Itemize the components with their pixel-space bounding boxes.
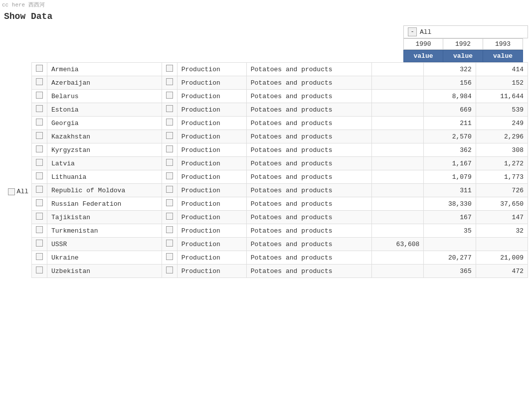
element-cell: Production bbox=[177, 211, 246, 224]
value-1992: 38,330 bbox=[424, 197, 476, 211]
item-cell: Potatoes and products bbox=[246, 117, 371, 130]
row-checkbox-country[interactable] bbox=[32, 143, 47, 157]
value-1992: 365 bbox=[424, 265, 476, 278]
country-cell: Georgia bbox=[47, 117, 162, 130]
row-checkbox-country[interactable] bbox=[32, 117, 47, 130]
page-title: Show Data bbox=[0, 9, 532, 25]
all-checkbox-left[interactable] bbox=[8, 188, 15, 195]
country-cell: Estonia bbox=[47, 103, 162, 117]
value-1993: 2,296 bbox=[476, 130, 528, 143]
row-checkbox-element[interactable] bbox=[162, 90, 177, 103]
value-1992: 311 bbox=[424, 184, 476, 197]
row-checkbox-element[interactable] bbox=[162, 238, 177, 251]
value-header-1993: value bbox=[483, 50, 523, 62]
all-header-label: All bbox=[420, 28, 431, 36]
row-checkbox-element[interactable] bbox=[162, 143, 177, 157]
value-1990 bbox=[372, 90, 424, 103]
value-1993: 726 bbox=[476, 184, 528, 197]
row-checkbox-element[interactable] bbox=[162, 157, 177, 170]
value-1992: 362 bbox=[424, 143, 476, 157]
row-checkbox-element[interactable] bbox=[162, 117, 177, 130]
row-checkbox-country[interactable] bbox=[32, 211, 47, 224]
row-checkbox-country[interactable] bbox=[32, 90, 47, 103]
value-1990 bbox=[372, 170, 424, 184]
value-1990: 63,608 bbox=[372, 238, 424, 251]
element-cell: Production bbox=[177, 184, 246, 197]
item-cell: Potatoes and products bbox=[246, 90, 371, 103]
value-1992: 669 bbox=[424, 103, 476, 117]
value-1990 bbox=[372, 117, 424, 130]
element-cell: Production bbox=[177, 170, 246, 184]
element-cell: Production bbox=[177, 238, 246, 251]
row-checkbox-element[interactable] bbox=[162, 76, 177, 90]
row-checkbox-element[interactable] bbox=[162, 197, 177, 211]
element-cell: Production bbox=[177, 130, 246, 143]
row-checkbox-element[interactable] bbox=[162, 103, 177, 117]
value-1993: 472 bbox=[476, 265, 528, 278]
country-cell: Azerbaijan bbox=[47, 76, 162, 90]
country-cell: Kazakhstan bbox=[47, 130, 162, 143]
row-checkbox-country[interactable] bbox=[32, 103, 47, 117]
left-all-group: All bbox=[8, 188, 28, 195]
row-checkbox-country[interactable] bbox=[32, 238, 47, 251]
value-1993: 414 bbox=[476, 63, 528, 76]
value-1993: 32 bbox=[476, 224, 528, 238]
item-cell: Potatoes and products bbox=[246, 211, 371, 224]
value-1990 bbox=[372, 197, 424, 211]
item-cell: Potatoes and products bbox=[246, 103, 371, 117]
minus-button[interactable]: - bbox=[408, 27, 417, 36]
item-cell: Potatoes and products bbox=[246, 76, 371, 90]
value-1992: 2,570 bbox=[424, 130, 476, 143]
row-checkbox-element[interactable] bbox=[162, 251, 177, 265]
value-1990 bbox=[372, 224, 424, 238]
row-checkbox-element[interactable] bbox=[162, 224, 177, 238]
row-checkbox-country[interactable] bbox=[32, 184, 47, 197]
item-cell: Potatoes and products bbox=[246, 265, 371, 278]
data-table: Armenia Production Potatoes and products… bbox=[31, 62, 528, 278]
value-1992: 35 bbox=[424, 224, 476, 238]
row-checkbox-element[interactable] bbox=[162, 184, 177, 197]
item-cell: Potatoes and products bbox=[246, 170, 371, 184]
country-cell: Russian Federation bbox=[47, 197, 162, 211]
value-1990 bbox=[372, 143, 424, 157]
value-1990 bbox=[372, 184, 424, 197]
row-checkbox-country[interactable] bbox=[32, 63, 47, 76]
element-cell: Production bbox=[177, 63, 246, 76]
element-cell: Production bbox=[177, 117, 246, 130]
item-cell: Potatoes and products bbox=[246, 251, 371, 265]
row-checkbox-element[interactable] bbox=[162, 211, 177, 224]
row-checkbox-element[interactable] bbox=[162, 130, 177, 143]
row-checkbox-element[interactable] bbox=[162, 170, 177, 184]
year-1992: 1992 bbox=[443, 38, 483, 50]
item-cell: Potatoes and products bbox=[246, 130, 371, 143]
country-cell: Kyrgyzstan bbox=[47, 143, 162, 157]
row-checkbox-country[interactable] bbox=[32, 265, 47, 278]
country-cell: Armenia bbox=[47, 63, 162, 76]
row-checkbox-country[interactable] bbox=[32, 197, 47, 211]
country-cell: Turkmenistan bbox=[47, 224, 162, 238]
year-1990: 1990 bbox=[403, 38, 443, 50]
country-cell: Lithuania bbox=[47, 170, 162, 184]
value-1992: 322 bbox=[424, 63, 476, 76]
value-1993: 147 bbox=[476, 211, 528, 224]
value-1993 bbox=[476, 238, 528, 251]
value-1992: 20,277 bbox=[424, 251, 476, 265]
row-checkbox-country[interactable] bbox=[32, 251, 47, 265]
element-cell: Production bbox=[177, 251, 246, 265]
row-checkbox-element[interactable] bbox=[162, 63, 177, 76]
value-1992: 8,984 bbox=[424, 90, 476, 103]
element-cell: Production bbox=[177, 265, 246, 278]
row-checkbox-country[interactable] bbox=[32, 224, 47, 238]
row-checkbox-country[interactable] bbox=[32, 130, 47, 143]
row-checkbox-country[interactable] bbox=[32, 76, 47, 90]
value-1993: 539 bbox=[476, 103, 528, 117]
value-1993: 21,009 bbox=[476, 251, 528, 265]
country-cell: Ukraine bbox=[47, 251, 162, 265]
row-checkbox-country[interactable] bbox=[32, 170, 47, 184]
row-checkbox-country[interactable] bbox=[32, 157, 47, 170]
country-cell: Republic of Moldova bbox=[47, 184, 162, 197]
value-1992: 1,167 bbox=[424, 157, 476, 170]
value-1990 bbox=[372, 211, 424, 224]
row-checkbox-element[interactable] bbox=[162, 265, 177, 278]
value-1990 bbox=[372, 103, 424, 117]
